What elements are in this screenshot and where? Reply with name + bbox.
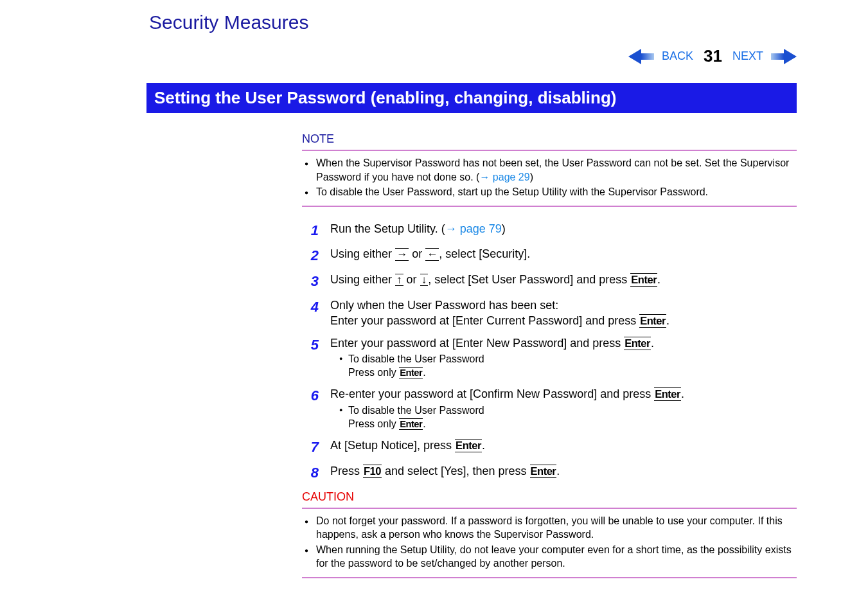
step-body: Using either ↑ or ↓, select [Set User Pa… <box>330 272 797 291</box>
step-number: 5 <box>302 335 330 380</box>
next-arrow-icon[interactable] <box>771 49 797 64</box>
page-title: Security Measures <box>149 12 816 33</box>
step-body: Press F10 and select [Yes], then press E… <box>330 463 797 483</box>
f10-key-icon: F10 <box>363 465 382 478</box>
step-number: 8 <box>302 463 330 483</box>
step-body: Only when the User Password has been set… <box>330 298 797 329</box>
step-number: 7 <box>302 438 330 457</box>
enter-key-icon: Enter <box>630 273 657 287</box>
caution-label: CAUTION <box>302 490 797 504</box>
step-number: 4 <box>302 298 330 329</box>
step-number: 2 <box>302 246 330 265</box>
step: 5 Enter your password at [Enter New Pass… <box>302 335 797 380</box>
enter-key-icon: Enter <box>654 387 681 401</box>
enter-key-icon: Enter <box>399 418 423 430</box>
step-number: 3 <box>302 272 330 291</box>
step: 3 Using either ↑ or ↓, select [Set User … <box>302 272 797 291</box>
step: 7 At [Setup Notice], press Enter. <box>302 438 797 457</box>
caution-item: Do not forget your password. If a passwo… <box>305 514 794 542</box>
step-body: At [Setup Notice], press Enter. <box>330 438 797 457</box>
step-body: Run the Setup Utility. (→ page 79) <box>330 221 797 240</box>
enter-key-icon: Enter <box>639 314 666 328</box>
left-arrow-key-icon: ← <box>425 248 439 260</box>
nav-bar: BACK 31 NEXT <box>109 46 816 66</box>
link-arrow-icon: → <box>479 172 490 182</box>
step: 2 Using either → or ←, select [Security]… <box>302 246 797 265</box>
page-link[interactable]: page 79 <box>460 222 502 235</box>
caution-box: Do not forget your password. If a passwo… <box>302 508 797 578</box>
note-item: To disable the User Password, start up t… <box>305 185 794 199</box>
note-text: ) <box>530 172 533 182</box>
back-link[interactable]: BACK <box>662 49 693 63</box>
step-body: Using either → or ←, select [Security]. <box>330 246 797 265</box>
step-number: 6 <box>302 386 330 431</box>
step-number: 1 <box>302 221 330 240</box>
enter-key-icon: Enter <box>455 439 482 452</box>
step: 6 Re-enter your password at [Confirm New… <box>302 386 797 431</box>
step-body: Re-enter your password at [Confirm New P… <box>330 386 797 431</box>
enter-key-icon: Enter <box>399 367 423 378</box>
page-number: 31 <box>704 46 722 66</box>
step-sub-item: To disable the User Password Press only … <box>339 352 797 380</box>
back-arrow-icon[interactable] <box>628 49 654 64</box>
note-item: When the Supervisor Password has not bee… <box>305 156 794 184</box>
enter-key-icon: Enter <box>530 465 557 478</box>
note-text: When the Supervisor Password has not bee… <box>316 157 789 182</box>
step: 1 Run the Setup Utility. (→ page 79) <box>302 221 797 240</box>
right-arrow-key-icon: → <box>395 248 409 260</box>
note-box: When the Supervisor Password has not bee… <box>302 150 797 207</box>
step-sub-item: To disable the User Password Press only … <box>339 404 797 431</box>
next-link[interactable]: NEXT <box>732 49 763 63</box>
down-arrow-key-icon: ↓ <box>420 274 429 286</box>
caution-item: When running the Setup Utility, do not l… <box>305 543 794 571</box>
section-heading: Setting the User Password (enabling, cha… <box>146 83 797 113</box>
step: 4 Only when the User Password has been s… <box>302 298 797 329</box>
steps-list: 1 Run the Setup Utility. (→ page 79) 2 U… <box>302 221 797 483</box>
enter-key-icon: Enter <box>624 337 651 350</box>
up-arrow-key-icon: ↑ <box>395 274 403 286</box>
step: 8 Press F10 and select [Yes], then press… <box>302 463 797 483</box>
note-label: NOTE <box>302 132 797 146</box>
step-body: Enter your password at [Enter New Passwo… <box>330 335 797 380</box>
page-link[interactable]: page 29 <box>493 172 530 182</box>
link-arrow-icon: → <box>445 222 457 235</box>
